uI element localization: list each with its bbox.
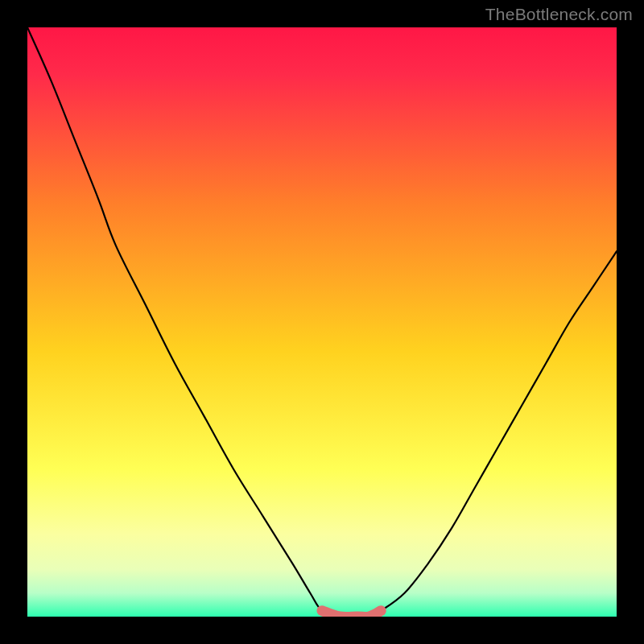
chart-frame: TheBottleneck.com [0,0,644,644]
watermark-text: TheBottleneck.com [485,5,633,24]
chart-svg [27,27,617,617]
plot-area [27,27,617,617]
gradient-background [27,27,617,617]
